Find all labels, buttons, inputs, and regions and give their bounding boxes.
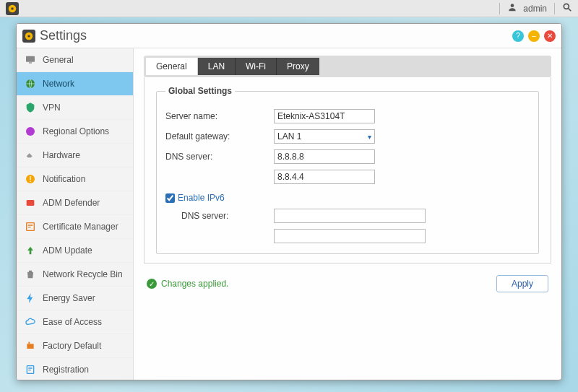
sidebar-item-network[interactable]: Network — [17, 72, 133, 96]
svg-rect-7 — [26, 56, 35, 62]
factory-icon — [24, 339, 37, 352]
svg-rect-13 — [30, 181, 30, 182]
taskbar-separator — [554, 3, 555, 14]
sidebar: General Network VPN Regional Options Har… — [17, 48, 134, 380]
enable-ipv6-checkbox[interactable] — [165, 193, 175, 203]
sidebar-item-vpn[interactable]: VPN — [17, 96, 133, 120]
sidebar-item-label: Network Recycle Bin — [43, 269, 123, 279]
tab-content: Global Settings Server name: Default gat… — [144, 77, 551, 263]
svg-point-3 — [564, 4, 569, 9]
check-icon: ✓ — [147, 279, 157, 289]
ipv6-dns1-input[interactable] — [274, 209, 426, 223]
sidebar-item-hardware[interactable]: Hardware — [17, 144, 133, 167]
chevron-down-icon: ▾ — [368, 133, 371, 141]
svg-rect-8 — [29, 62, 32, 63]
defender-icon — [24, 196, 37, 209]
sidebar-item-label: ADM Update — [43, 245, 92, 256]
hardware-icon — [24, 149, 37, 162]
window-app-icon — [22, 30, 35, 43]
server-name-input[interactable] — [274, 109, 375, 123]
sidebar-item-energy[interactable]: Energy Saver — [17, 287, 133, 310]
sidebar-item-label: Energy Saver — [43, 293, 95, 303]
main-panel: General LAN Wi-Fi Proxy Global Settings … — [134, 48, 561, 380]
notification-icon — [24, 173, 37, 186]
trash-icon — [24, 268, 37, 281]
sidebar-item-label: Regional Options — [43, 126, 109, 136]
taskbar-user-label: admin — [523, 4, 547, 14]
sidebar-item-factory[interactable]: Factory Default — [17, 334, 133, 358]
sidebar-item-certificate[interactable]: Certificate Manager — [17, 215, 133, 239]
sidebar-item-ease[interactable]: Ease of Access — [17, 310, 133, 334]
sidebar-item-label: Notification — [43, 174, 85, 184]
registration-icon — [24, 363, 37, 376]
tab-label: LAN — [208, 61, 225, 71]
dns-label: DNS server: — [165, 152, 274, 162]
vpn-icon — [24, 101, 37, 114]
tab-label: General — [156, 61, 187, 71]
svg-point-1 — [11, 7, 14, 10]
cloud-icon — [24, 315, 37, 328]
region-icon — [24, 125, 37, 138]
globe-icon — [24, 77, 37, 90]
sidebar-item-label: VPN — [43, 103, 61, 113]
svg-line-4 — [569, 9, 571, 12]
tab-label: Wi-Fi — [246, 61, 266, 71]
titlebar: Settings ? – ✕ — [17, 24, 561, 48]
dns1-input[interactable] — [274, 149, 375, 164]
default-gateway-label: Default gateway: — [165, 131, 274, 141]
energy-icon — [24, 292, 37, 305]
svg-point-2 — [511, 4, 514, 7]
dns2-input[interactable] — [274, 170, 375, 184]
user-icon — [507, 2, 517, 14]
ipv6-dns2-input[interactable] — [274, 229, 426, 243]
tab-lan[interactable]: LAN — [198, 58, 236, 75]
tab-proxy[interactable]: Proxy — [277, 58, 319, 75]
taskbar: admin — [0, 0, 578, 17]
enable-ipv6-label: Enable IPv6 — [178, 193, 225, 203]
group-title: Global Settings — [165, 86, 235, 96]
svg-rect-17 — [28, 342, 30, 344]
help-button[interactable]: ? — [512, 30, 524, 42]
window-title: Settings — [40, 28, 512, 43]
sidebar-item-notification[interactable]: Notification — [17, 167, 133, 191]
sidebar-item-label: Ease of Access — [43, 317, 102, 327]
ipv6-dns-label: DNS server: — [181, 211, 274, 221]
tab-label: Proxy — [287, 61, 309, 71]
search-icon[interactable] — [562, 2, 572, 14]
tab-bar: General LAN Wi-Fi Proxy — [144, 56, 551, 77]
close-button[interactable]: ✕ — [544, 30, 556, 42]
footer: ✓ Changes applied. Apply — [144, 275, 551, 292]
tab-wifi[interactable]: Wi-Fi — [236, 58, 277, 75]
global-settings-group: Global Settings Server name: Default gat… — [156, 86, 539, 254]
sidebar-item-defender[interactable]: ADM Defender — [17, 191, 133, 215]
sidebar-item-update[interactable]: ADM Update — [17, 239, 133, 263]
svg-rect-16 — [27, 344, 33, 349]
minimize-button[interactable]: – — [528, 30, 540, 42]
sidebar-item-label: Network — [43, 79, 74, 89]
svg-point-6 — [27, 35, 30, 38]
update-icon — [24, 244, 37, 257]
server-name-label: Server name: — [165, 111, 274, 121]
sidebar-item-registration[interactable]: Registration — [17, 358, 133, 380]
default-gateway-select[interactable]: LAN 1 ▾ — [274, 129, 375, 144]
sidebar-item-label: Registration — [43, 365, 89, 375]
sidebar-item-general[interactable]: General — [17, 48, 133, 72]
sidebar-item-label: Hardware — [43, 150, 80, 160]
sidebar-item-label: ADM Defender — [43, 198, 100, 208]
taskbar-separator — [499, 3, 500, 14]
status-message: ✓ Changes applied. — [147, 279, 228, 289]
sidebar-item-label: Certificate Manager — [43, 222, 118, 232]
sidebar-item-regional[interactable]: Regional Options — [17, 120, 133, 144]
monitor-icon — [24, 53, 37, 66]
sidebar-item-recyclebin[interactable]: Network Recycle Bin — [17, 263, 133, 287]
apply-button[interactable]: Apply — [496, 275, 548, 292]
taskbar-app-icon[interactable] — [6, 2, 19, 15]
svg-rect-14 — [27, 200, 35, 206]
svg-point-10 — [26, 127, 35, 136]
settings-window: Settings ? – ✕ General Network VPN Reg — [16, 23, 562, 380]
taskbar-user[interactable]: admin — [507, 2, 547, 14]
select-value: LAN 1 — [277, 131, 301, 141]
sidebar-item-label: Factory Default — [43, 341, 101, 351]
sidebar-item-label: General — [43, 55, 74, 65]
tab-general[interactable]: General — [146, 58, 198, 75]
